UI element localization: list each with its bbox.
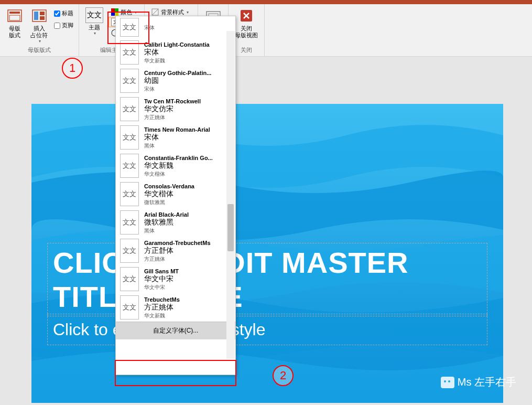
font-name-cn: 宋体 xyxy=(144,133,231,142)
group-label-master-layout: 母版版式 xyxy=(28,45,51,55)
tab-bar xyxy=(0,0,532,4)
font-name-cn: 华文仿宋 xyxy=(144,104,231,114)
close-icon xyxy=(238,7,255,24)
font-name-sub: 黑体 xyxy=(144,142,231,150)
placeholder-icon xyxy=(31,7,48,24)
font-scheme-list: 文文Calibri Light-Constantia宋体华文新魏文文Centur… xyxy=(116,38,235,322)
font-name-cn: 宋体 xyxy=(144,48,231,57)
insert-placeholder-button[interactable]: 插入 占位符▾ xyxy=(28,6,50,45)
font-name-en: Arial Black-Arial xyxy=(144,211,231,218)
svg-rect-6 xyxy=(40,16,45,20)
font-thumb-icon: 文文 xyxy=(120,125,139,150)
font-thumb-icon: 文文 xyxy=(120,267,139,291)
font-name-en: Century Gothic-Palatin... xyxy=(144,70,231,76)
title-checkbox-label: 标题 xyxy=(62,9,73,17)
master-layout-button[interactable]: 母版 版式 xyxy=(4,6,25,40)
font-thumb-icon: 文文 xyxy=(120,97,139,121)
chevron-down-icon: ▾ xyxy=(39,39,41,44)
wechat-icon xyxy=(441,377,454,388)
font-name-cn: 幼圆 xyxy=(144,76,231,86)
watermark: Ms 左手右手 xyxy=(441,375,516,389)
font-thumb-icon: 文文 xyxy=(120,182,139,206)
bg-styles-icon xyxy=(151,8,159,16)
svg-rect-1 xyxy=(9,12,20,14)
footer-checkbox-row[interactable]: 页脚 xyxy=(54,20,73,30)
chevron-down-icon: ▾ xyxy=(187,10,189,15)
font-name-en: Garamond-TrebuchetMs xyxy=(144,240,231,246)
font-scheme-item[interactable]: 文文Times New Roman-Arial宋体黑体 xyxy=(116,123,235,152)
font-name-en: Constantia-Franklin Go... xyxy=(144,155,231,161)
chevron-down-icon: ▾ xyxy=(94,31,96,36)
svg-rect-5 xyxy=(40,12,45,15)
scrollbar[interactable] xyxy=(226,31,235,359)
svg-rect-4 xyxy=(34,12,38,20)
font-name-en: TrebuchetMs xyxy=(144,296,231,303)
font-name-cn: 华文楷体 xyxy=(144,189,231,199)
footer-checkbox[interactable] xyxy=(54,23,60,29)
font-scheme-item[interactable]: 文文Gill Sans MT华文中宋华文中宋 xyxy=(116,265,235,293)
font-scheme-item[interactable]: 文文Century Gothic-Palatin...幼圆宋体 xyxy=(116,67,235,95)
font-name-en: Times New Roman-Arial xyxy=(144,126,231,133)
font-scheme-dropdown: 文文 宋体 文文Calibri Light-Constantia宋体华文新魏文文… xyxy=(115,16,236,375)
font-name-cn: 方正姚体 xyxy=(144,303,231,312)
title-checkbox-row[interactable]: 标题 xyxy=(54,8,73,18)
footer-checkbox-label: 页脚 xyxy=(62,22,73,29)
colors-icon xyxy=(111,8,119,16)
font-scheme-item[interactable]: 文文Garamond-TrebuchetMs方正舒体方正姚体 xyxy=(116,237,235,265)
font-name-sub: 微软雅黑 xyxy=(144,199,231,206)
font-name-en: Consolas-Verdana xyxy=(144,183,231,189)
font-thumb-icon: 文文 xyxy=(120,295,139,319)
font-name-sub: 华文楷体 xyxy=(144,170,231,178)
ribbon: 母版 版式 插入 占位符▾ 标题 页脚 母版版式 xyxy=(0,4,532,57)
custom-font-button[interactable]: 自定义字体(C)... xyxy=(116,322,235,339)
font-name-en: Gill Sans MT xyxy=(144,268,231,274)
font-name-sub: 方正姚体 xyxy=(144,255,231,263)
font-thumb-icon: 文文 xyxy=(120,40,139,65)
svg-rect-2 xyxy=(9,15,20,20)
svg-rect-8 xyxy=(115,8,118,12)
font-thumb-icon: 文文 xyxy=(120,210,139,235)
layout-icon xyxy=(6,7,23,24)
font-scheme-item[interactable]: 文文Calibri Light-Constantia宋体华文新魏 xyxy=(116,38,235,67)
ribbon-group-master-layout: 母版 版式 插入 占位符▾ 标题 页脚 母版版式 xyxy=(0,4,79,56)
insert-placeholder-label: 插入 占位符 xyxy=(30,25,48,39)
font-scheme-item[interactable]: 文文Arial Black-Arial微软雅黑黑体 xyxy=(116,208,235,237)
theme-label: 主题 xyxy=(89,24,100,31)
colors-label: 颜色 xyxy=(121,8,132,16)
title-checkbox[interactable] xyxy=(54,10,60,17)
font-thumb-icon: 文文 xyxy=(120,18,139,37)
font-name-sub: 方正姚体 xyxy=(144,114,231,121)
master-title-placeholder[interactable]: CLICK TO EDIT MASTER TITLE STYLE xyxy=(47,243,487,316)
annotation-marker-1: 1 xyxy=(62,58,83,79)
font-name-cn: 微软雅黑 xyxy=(144,218,231,227)
chevron-down-icon: ▾ xyxy=(135,10,137,15)
font-current-item[interactable]: 文文 宋体 xyxy=(116,16,235,38)
annotation-marker-2: 2 xyxy=(273,365,294,386)
font-thumb-icon: 文文 xyxy=(120,69,139,93)
close-master-label: 关闭 母版视图 xyxy=(235,25,258,39)
close-master-button[interactable]: 关闭 母版视图 xyxy=(233,6,260,40)
font-thumb-icon: 文文 xyxy=(120,154,139,178)
font-thumb-icon: 文文 xyxy=(120,239,139,263)
font-scheme-item[interactable]: 文文Consolas-Verdana华文楷体微软雅黑 xyxy=(116,180,235,208)
font-scheme-item[interactable]: 文文Tw Cen MT-Rockwell华文仿宋方正姚体 xyxy=(116,95,235,123)
master-slide[interactable]: CLICK TO EDIT MASTER TITLE STYLE Click t… xyxy=(31,104,503,403)
font-scheme-item[interactable]: 文文TrebuchetMs方正姚体华文新魏 xyxy=(116,293,235,322)
master-subtitle-placeholder[interactable]: Click to edit Master title style xyxy=(47,314,487,345)
font-name-sub: 华文中宋 xyxy=(144,284,231,291)
watermark-text: Ms 左手右手 xyxy=(458,375,516,389)
theme-icon: 文文 xyxy=(85,7,103,23)
font-name-sub: 华文新魏 xyxy=(144,312,231,319)
font-name-sub: 华文新魏 xyxy=(144,57,231,65)
font-name-sub: 宋体 xyxy=(144,86,231,93)
theme-button[interactable]: 文文 主题▾ xyxy=(83,6,105,37)
group-label-close: 关闭 xyxy=(241,45,252,55)
font-name-en: Calibri Light-Constantia xyxy=(144,41,231,48)
font-scheme-item[interactable]: 文文Constantia-Franklin Go...华文新魏华文楷体 xyxy=(116,152,235,180)
scroll-thumb[interactable] xyxy=(227,204,234,251)
font-first-sub: 宋体 xyxy=(144,24,231,31)
svg-rect-10 xyxy=(115,12,118,16)
svg-rect-9 xyxy=(111,12,115,16)
font-name-en: Tw Cen MT-Rockwell xyxy=(144,98,231,104)
master-layout-label: 母版 版式 xyxy=(9,25,20,39)
